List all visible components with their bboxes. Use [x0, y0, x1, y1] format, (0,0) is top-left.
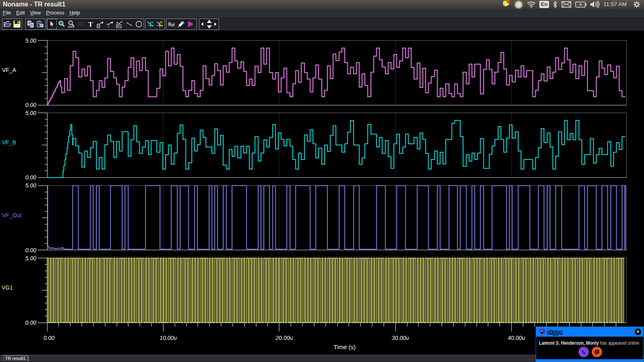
svg-text:Time (s): Time (s) [334, 343, 355, 350]
svg-text:5.00: 5.00 [25, 110, 36, 116]
svg-text:?: ? [108, 25, 109, 28]
svg-text:20.00u: 20.00u [275, 335, 293, 341]
svg-text:5.00: 5.00 [25, 255, 36, 261]
svg-text:5.00: 5.00 [25, 37, 36, 44]
svg-text:0.00: 0.00 [25, 174, 36, 181]
svg-text:VG1: VG1 [2, 284, 13, 291]
svg-text:0.00: 0.00 [25, 102, 36, 108]
svg-text:0.00: 0.00 [25, 319, 36, 326]
svg-text:0.00: 0.00 [43, 335, 54, 341]
svg-text:10.00u: 10.00u [159, 335, 177, 341]
svg-text:4: 4 [507, 0, 509, 3]
svg-text:VF_A: VF_A [2, 67, 17, 73]
svg-text:a: a [151, 20, 153, 24]
svg-text:5.00: 5.00 [25, 182, 36, 189]
svg-text:0.00: 0.00 [25, 247, 36, 253]
svg-text:VF_Out: VF_Out [2, 212, 21, 218]
svg-text:VF_B: VF_B [2, 139, 16, 146]
svg-text:30.00u: 30.00u [392, 335, 409, 341]
svg-text:40.00u: 40.00u [508, 335, 525, 341]
svg-text:T: T [98, 26, 99, 28]
svg-text:T: T [88, 21, 93, 28]
svg-text:100%: 100% [68, 25, 74, 28]
svg-text:b: b [161, 20, 163, 24]
